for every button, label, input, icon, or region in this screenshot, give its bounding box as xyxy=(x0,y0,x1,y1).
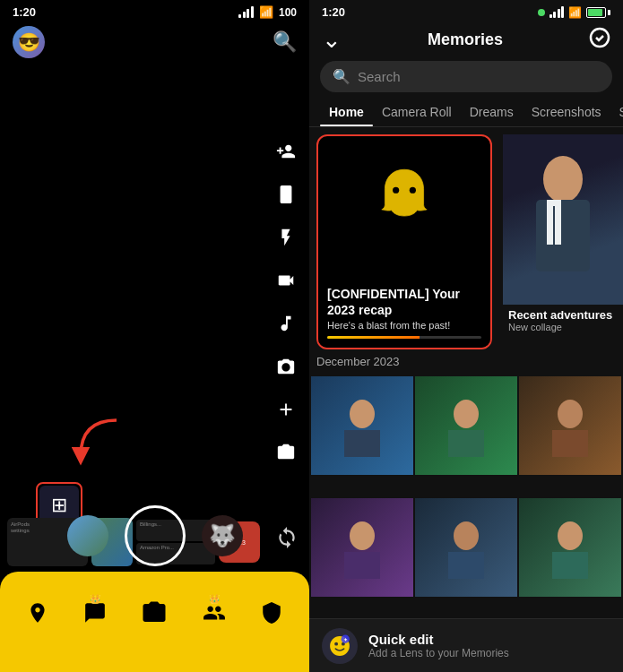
grid-cell-4[interactable] xyxy=(311,498,413,597)
right-status-bar: 1:20 📶 xyxy=(309,0,623,22)
right-wifi-icon: 📶 xyxy=(568,6,582,19)
search-input[interactable]: Search xyxy=(358,69,401,84)
svg-rect-11 xyxy=(448,430,484,457)
photo-grid xyxy=(309,376,623,618)
nav-spectacles[interactable] xyxy=(260,601,283,625)
tab-st[interactable]: St xyxy=(610,99,623,126)
camera-rotate-icon[interactable] xyxy=(272,352,300,381)
svg-rect-19 xyxy=(552,552,588,579)
nav-chat[interactable]: 👑 xyxy=(83,601,107,625)
svg-point-21 xyxy=(334,642,338,645)
section-label: December 2023 xyxy=(316,355,400,368)
add-friend-icon[interactable] xyxy=(272,137,300,166)
nav-friends[interactable]: 👑 xyxy=(203,601,226,625)
memories-btn-icon: ⊞ xyxy=(51,494,67,517)
side-card-image xyxy=(503,134,623,305)
svg-point-10 xyxy=(454,400,479,428)
featured-card[interactable]: [CONFIDENTIAL] Your 2023 recap Here's a … xyxy=(316,134,492,349)
side-card-info: Recent adventures New collage xyxy=(503,305,623,336)
capture-row: 🐺 xyxy=(67,505,243,566)
check-button[interactable] xyxy=(589,27,610,54)
left-status-bar: 1:20 📶 100 xyxy=(0,0,309,22)
shutter-button[interactable] xyxy=(125,505,186,566)
plus-icon[interactable] xyxy=(272,395,300,424)
svg-point-1 xyxy=(591,29,609,47)
back-button[interactable]: ⌄ xyxy=(322,26,342,54)
right-signal-icon xyxy=(549,6,565,18)
featured-subtitle: Here's a blast from the past! xyxy=(327,320,481,331)
refresh-icon[interactable] xyxy=(275,526,299,553)
grid-cell-2[interactable] xyxy=(415,376,517,475)
svg-point-14 xyxy=(350,521,375,550)
friend-thumb: 🐺 xyxy=(202,515,243,556)
featured-progress-bar xyxy=(327,336,481,339)
left-time: 1:20 xyxy=(13,5,36,19)
right-toolbar xyxy=(272,137,300,467)
memories-content: [CONFIDENTIAL] Your 2023 recap Here's a … xyxy=(309,134,623,672)
left-signal-icon xyxy=(238,6,254,18)
left-top-bar: 😎 🔍 xyxy=(0,22,309,65)
video-icon[interactable] xyxy=(272,266,300,295)
featured-title: [CONFIDENTIAL] Your 2023 recap xyxy=(327,286,481,318)
left-battery-label: 100 xyxy=(279,6,297,19)
person-illustration xyxy=(509,139,617,300)
recent-thumb xyxy=(67,515,108,556)
svg-rect-17 xyxy=(448,552,484,579)
svg-point-12 xyxy=(558,400,583,428)
side-card-subtitle: New collage xyxy=(508,322,618,332)
right-header: ⌄ Memories xyxy=(309,22,623,61)
svg-point-3 xyxy=(410,187,416,194)
side-card-bg xyxy=(503,134,623,305)
snapchat-ghost-icon xyxy=(372,163,437,242)
side-card[interactable]: Recent adventures New collage xyxy=(503,134,623,349)
grid-cell-1[interactable] xyxy=(311,376,413,475)
avatar[interactable]: 😎 xyxy=(13,26,45,58)
svg-point-8 xyxy=(350,400,375,428)
svg-rect-5 xyxy=(536,200,590,271)
svg-point-2 xyxy=(393,187,399,194)
svg-text:✦: ✦ xyxy=(343,636,348,642)
search-bar[interactable]: 🔍 Search xyxy=(320,61,612,92)
side-card-title: Recent adventures xyxy=(508,308,618,322)
tab-screenshots[interactable]: Screenshots xyxy=(523,99,610,126)
grid-cell-3[interactable] xyxy=(519,376,621,475)
nav-camera[interactable] xyxy=(141,599,168,626)
right-battery-icon xyxy=(586,7,610,18)
right-dot-icon xyxy=(538,9,545,16)
phone-icon[interactable] xyxy=(272,180,300,209)
music-icon[interactable] xyxy=(272,309,300,338)
quick-edit-text: Quick edit Add a Lens to your Memories xyxy=(368,632,509,659)
left-wifi-icon: 📶 xyxy=(259,5,273,19)
red-arrow-icon xyxy=(72,416,125,470)
quick-edit-title: Quick edit xyxy=(368,632,509,647)
quick-edit-icon: ✦ xyxy=(322,628,358,664)
tab-home[interactable]: Home xyxy=(320,99,373,126)
left-panel: 1:20 📶 100 😎 🔍 xyxy=(0,0,309,672)
memories-title: Memories xyxy=(342,30,589,49)
right-time: 1:20 xyxy=(322,5,345,19)
svg-point-16 xyxy=(454,521,479,550)
featured-text-area: [CONFIDENTIAL] Your 2023 recap Here's a … xyxy=(318,279,490,348)
tab-camera-roll[interactable]: Camera Roll xyxy=(373,99,461,126)
tab-dreams[interactable]: Dreams xyxy=(461,99,523,126)
grid-cell-6[interactable] xyxy=(519,498,621,597)
svg-point-4 xyxy=(543,156,583,202)
search-icon[interactable]: 🔍 xyxy=(273,30,297,54)
svg-rect-15 xyxy=(344,552,380,579)
quick-edit-subtitle: Add a Lens to your Memories xyxy=(368,647,509,659)
bottom-nav: 👑 👑 xyxy=(0,572,309,672)
svg-point-18 xyxy=(558,521,583,550)
tabs-row: Home Camera Roll Dreams Screenshots St xyxy=(309,99,623,127)
grid-cell-5[interactable] xyxy=(415,498,517,597)
svg-rect-9 xyxy=(344,430,380,457)
svg-rect-13 xyxy=(552,430,588,457)
right-panel: 1:20 📶 ⌄ Memories xyxy=(309,0,623,672)
flash-icon[interactable] xyxy=(272,223,300,252)
search-bar-icon: 🔍 xyxy=(333,68,350,85)
featured-progress-fill xyxy=(327,336,420,339)
camera2-icon[interactable] xyxy=(272,438,300,467)
nav-location[interactable] xyxy=(26,601,49,625)
quick-edit-bar[interactable]: ✦ Quick edit Add a Lens to your Memories xyxy=(309,618,623,672)
